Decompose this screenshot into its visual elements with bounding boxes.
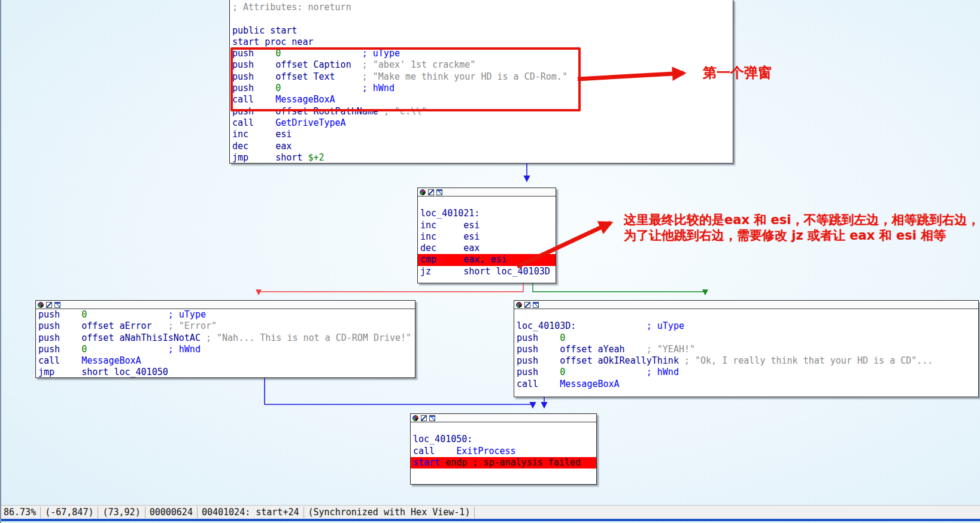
code-line[interactable]: push offset aNahThisIsNotAC ; "Nah... Th… — [36, 332, 415, 344]
code-line[interactable]: jmp short $+2 — [230, 152, 733, 164]
code-line[interactable]: push 0 ; uType — [36, 309, 415, 321]
code-line[interactable]: inc esi — [418, 231, 556, 243]
code-segment: push — [38, 309, 81, 320]
code-segment: ; "Nah... This is not a CD-ROM Drive!" — [206, 332, 411, 343]
code-line[interactable]: push 0 ; hWnd — [230, 83, 733, 94]
block-title-bar[interactable] — [411, 414, 596, 422]
code-line[interactable] — [411, 422, 596, 434]
code-segment: ; uType — [168, 309, 206, 320]
code-line[interactable]: ; Attributes: noreturn — [230, 2, 733, 13]
code-segment — [565, 367, 646, 377]
code-segment: ; hWnd — [647, 367, 679, 377]
code-line[interactable]: call MessageBoxA — [514, 379, 978, 390]
basic-block-loc-40103D[interactable]: loc_40103D: ; uTypepush 0push offset aYe… — [514, 300, 979, 397]
status-zoom-percent: 86.73% — [1, 507, 41, 518]
code-line[interactable]: push offset Text ; "Make me think your H… — [230, 71, 733, 83]
code-line[interactable]: dec eax — [230, 141, 733, 152]
code-line[interactable]: dec eax — [418, 243, 556, 254]
basic-block-loc-401050[interactable]: loc_401050:call ExitProcessstart endp ; … — [410, 413, 597, 485]
edge-left-to-exit — [265, 378, 533, 408]
code-line[interactable]: loc_401050: — [411, 434, 596, 445]
code-line[interactable]: push offset aYeah ; "YEAH!" — [514, 344, 978, 355]
code-segment: ; "c:\\" — [384, 106, 427, 117]
status-address: 00401024: start+24 — [198, 507, 304, 518]
window-icon — [54, 302, 60, 308]
code-line[interactable]: loc_40103D: ; uType — [514, 321, 978, 332]
code-segment: push — [38, 344, 81, 355]
block-title-bar[interactable] — [418, 188, 556, 196]
code-line[interactable] — [514, 309, 978, 321]
code-line[interactable]: jz short loc_40103D — [418, 266, 556, 277]
code-segment: ; "YEAH!" — [647, 344, 695, 355]
basic-block-error-msgbox[interactable]: push 0 ; uTypepush offset aError ; "Erro… — [35, 300, 415, 378]
code-line[interactable]: push offset aError ; "Error" — [36, 321, 415, 332]
status-file-offset: 00000624 — [145, 507, 198, 518]
basic-block-start[interactable]: ; Attributes: noreturn public startstart… — [229, 0, 733, 164]
status-graph-offset: (-67,847) — [41, 507, 98, 518]
code-line[interactable]: start endp ; sp-analysis failed — [411, 457, 596, 468]
code-segment — [87, 309, 168, 320]
code-line[interactable]: push 0 ; uType — [230, 48, 733, 59]
code-line[interactable]: cmp eax, esi — [418, 254, 556, 265]
code-line[interactable] — [230, 13, 733, 25]
code-segment: jmp short loc_401050 — [38, 367, 168, 377]
window-icon — [533, 302, 539, 308]
code-segment: start proc near — [232, 37, 313, 47]
code-line[interactable]: push 0 ; hWnd — [514, 367, 978, 378]
code-line[interactable]: push 0 ; hWnd — [36, 344, 415, 355]
code-segment: ; hWnd — [362, 83, 395, 93]
code-segment: call — [38, 355, 81, 366]
code-line[interactable]: push offset RootPathName ; "c:\\" — [230, 106, 733, 117]
code-segment: push — [232, 83, 275, 93]
code-segment: ; Attributes: noreturn — [232, 2, 351, 13]
code-segment: push offset RootPathName — [232, 106, 384, 117]
code-segment: ; "Error" — [168, 321, 217, 331]
status-cursor-coords: (73,92) — [98, 507, 145, 518]
edit-icon — [421, 415, 427, 421]
code-line[interactable]: push 0 — [514, 332, 978, 344]
status-sync-info: (Synchronized with Hex View-1) — [304, 507, 475, 518]
code-segment — [281, 48, 362, 59]
code-line[interactable]: call MessageBoxA — [36, 355, 415, 367]
code-segment: jmp short — [232, 152, 308, 163]
basic-block-loc-401021[interactable]: loc_401021:inc esiinc esidec eaxcmp eax,… — [417, 188, 556, 283]
pie-icon — [516, 302, 522, 308]
code-line[interactable]: push offset aOkIReallyThink ; "Ok, I rea… — [514, 355, 978, 367]
code-segment: ; uType — [362, 48, 400, 59]
code-segment: loc_401050: — [413, 434, 472, 445]
code-line[interactable]: loc_401021: — [418, 208, 556, 219]
code-segment: endp ; sp-analysis failed — [440, 457, 581, 468]
code-line[interactable]: call MessageBoxA — [230, 94, 733, 105]
code-line[interactable]: push offset Caption ; "abex' 1st crackme… — [230, 59, 733, 71]
block-title-bar[interactable] — [36, 301, 415, 309]
code-line[interactable]: inc esi — [418, 220, 556, 231]
code-segment: $+2 — [308, 152, 324, 163]
code-segment: push offset aYeah — [517, 344, 647, 355]
code-segment: MessageBoxA — [81, 355, 141, 366]
code-segment: inc esi — [420, 231, 480, 242]
code-segment: 0 — [81, 344, 87, 355]
code-line[interactable]: jmp short loc_401050 — [36, 367, 415, 378]
code-segment: call — [517, 379, 560, 389]
edge-true-to-right-block — [533, 283, 705, 295]
code-segment: MessageBoxA — [560, 379, 619, 389]
code-segment: 0 — [275, 48, 281, 59]
code-line[interactable]: start proc near — [230, 37, 733, 48]
annotation-text-first-popup: 第一个弹窗 — [703, 64, 772, 82]
code-segment: push offset Text — [232, 71, 362, 82]
code-line[interactable]: call ExitProcess — [411, 446, 596, 457]
code-line[interactable]: public start — [230, 25, 733, 37]
code-segment: ExitProcess — [456, 446, 515, 457]
annotation-text-cmp-line2: 为了让他跳到右边，需要修改 jz 或者让 eax 和 esi 相等 — [624, 228, 980, 243]
code-line[interactable]: inc esi — [230, 129, 733, 140]
code-segment: MessageBoxA — [275, 94, 335, 105]
window-bottom-edge — [1, 519, 980, 521]
code-line[interactable] — [418, 196, 556, 208]
block-title-bar[interactable] — [514, 301, 978, 309]
code-segment: push — [517, 367, 560, 377]
edit-icon — [524, 302, 530, 308]
code-line[interactable]: call GetDriveTypeA — [230, 117, 733, 129]
code-segment: push offset Caption — [232, 59, 362, 70]
code-segment: 0 — [81, 309, 87, 320]
code-segment: dec eax — [232, 141, 292, 152]
